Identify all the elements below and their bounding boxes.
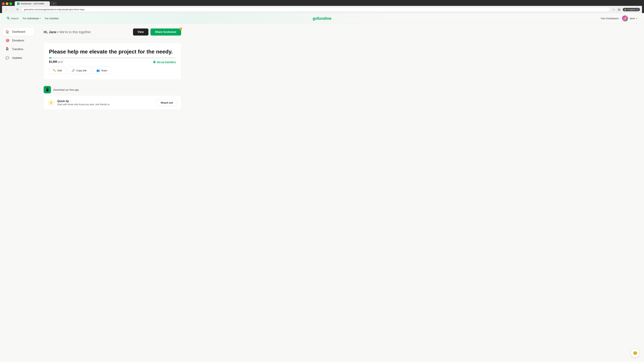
sidebar-item-donations[interactable]: 🎯 Donations bbox=[3, 36, 34, 44]
app-download-label: Download our free app bbox=[53, 88, 79, 91]
transfers-notification-badge bbox=[6, 47, 8, 48]
reach-out-button[interactable]: Reach out bbox=[156, 99, 177, 106]
sidebar-label-dashboard: Dashboard bbox=[12, 30, 25, 33]
greeting-separator: • bbox=[57, 30, 60, 34]
search-label: Search bbox=[11, 17, 19, 20]
browser-actions: ☆ ▤ 🕵️ Incognito (2) bbox=[612, 7, 640, 12]
app-icon-glyph: 📱 bbox=[45, 87, 50, 92]
new-tab-icon: + bbox=[53, 2, 54, 5]
sidebar-item-transfers[interactable]: 🏛 Transfers bbox=[3, 45, 34, 53]
for-charities-label: For charities bbox=[45, 17, 59, 20]
forward-btn[interactable]: → bbox=[10, 8, 14, 11]
back-btn[interactable]: ← bbox=[4, 8, 9, 11]
goal-amount: $1,500 bbox=[49, 60, 57, 63]
header-right: Your fundraisers J Jane ▾ bbox=[322, 15, 637, 21]
incognito-icon: 🕵️ bbox=[624, 8, 626, 11]
sidebar-label-updates: Updates bbox=[12, 56, 22, 59]
logo-text: gofundme bbox=[312, 16, 332, 21]
chat-icon: 😊 bbox=[633, 351, 638, 355]
new-tab-btn[interactable]: + bbox=[51, 1, 57, 6]
app-icon: 📱 bbox=[44, 86, 51, 93]
team-button[interactable]: 👥 Team bbox=[92, 67, 111, 74]
greeting-bar: Hi, Jane • We're in this together View S… bbox=[44, 28, 181, 39]
greeting-tagline: We're in this together bbox=[60, 30, 91, 34]
share-fundraiser-button[interactable]: Share fundraiser bbox=[150, 28, 181, 35]
for-charities-nav-item[interactable]: For charities bbox=[45, 17, 59, 20]
for-individuals-nav-item[interactable]: For individuals ▾ bbox=[23, 17, 41, 20]
tab-close-icon[interactable]: × bbox=[46, 3, 47, 5]
incognito-badge[interactable]: 🕵️ Incognito (2) bbox=[623, 8, 640, 11]
search-nav-item[interactable]: Search bbox=[7, 16, 19, 20]
for-individuals-chevron-icon: ▾ bbox=[40, 17, 41, 19]
team-icon: 👥 bbox=[96, 69, 100, 72]
donations-icon: 🎯 bbox=[5, 38, 10, 43]
greeting-actions: View Share fundraiser bbox=[133, 28, 181, 35]
bank-icon: 🏛 bbox=[153, 60, 156, 63]
browser-chrome: g Dashboard - GoFundMe × + ← → ↻ ☆ ▤ 🕵️ … bbox=[0, 0, 644, 13]
sidebar-item-dashboard[interactable]: 🏠 Dashboard bbox=[3, 28, 34, 36]
progress-bar-container bbox=[49, 57, 176, 58]
updates-icon: 💬 bbox=[5, 56, 10, 60]
incognito-label: Incognito (2) bbox=[628, 8, 639, 11]
setup-transfers-link[interactable]: 🏛 Set up transfers bbox=[153, 60, 176, 63]
team-label: Team bbox=[101, 69, 107, 72]
fundraiser-card: Please help me elevate the project for t… bbox=[44, 43, 181, 80]
quick-tip-card: ⚡ Quick tip Start with those who know yo… bbox=[44, 96, 181, 110]
tab-bar: g Dashboard - GoFundMe × + bbox=[2, 1, 642, 6]
svg-line-1 bbox=[9, 18, 10, 19]
avatar: J bbox=[622, 15, 628, 21]
copy-link-label: Copy link bbox=[76, 69, 87, 72]
reload-btn[interactable]: ↻ bbox=[16, 7, 20, 11]
goal-text: $1,500 goal bbox=[49, 60, 63, 63]
user-name: Jane bbox=[630, 17, 635, 20]
view-button[interactable]: View bbox=[133, 28, 148, 35]
sidebar-label-donations: Donations bbox=[12, 39, 24, 42]
site-logo[interactable]: gofundme bbox=[312, 16, 332, 21]
goal-label: goal bbox=[58, 60, 63, 63]
address-input[interactable] bbox=[21, 7, 610, 12]
for-individuals-label: For individuals bbox=[23, 17, 39, 20]
edit-label: Edit bbox=[58, 69, 62, 72]
header-nav: Search For individuals ▾ For charities bbox=[7, 16, 322, 20]
tab-title-text: Dashboard - GoFundMe bbox=[21, 2, 44, 5]
chat-fab[interactable]: 😊 bbox=[631, 349, 639, 357]
main-layout: 🏠 Dashboard 🎯 Donations 🏛 Transfers 💬 Up… bbox=[0, 24, 644, 362]
copy-link-icon: 🔗 bbox=[72, 69, 75, 72]
dashboard-icon: 🏠 bbox=[5, 29, 10, 34]
tab-favicon: g bbox=[17, 2, 20, 5]
greeting-hi: Hi, Jane bbox=[44, 30, 56, 34]
quick-tip-text: Start with those who know you best. Ask … bbox=[57, 103, 154, 106]
app-download-bar[interactable]: 📱 Download our free app bbox=[44, 84, 181, 96]
site-header: Search For individuals ▾ For charities g… bbox=[0, 13, 644, 24]
edit-icon: ✏️ bbox=[53, 69, 56, 72]
window-minimize-btn[interactable] bbox=[6, 2, 8, 5]
quick-tip-content: Quick tip Start with those who know you … bbox=[57, 100, 154, 106]
main-content: Hi, Jane • We're in this together View S… bbox=[37, 24, 188, 362]
nav-buttons: ← → ↻ bbox=[4, 7, 20, 11]
window-maximize-btn[interactable] bbox=[10, 2, 12, 5]
goal-row: $1,500 goal 🏛 Set up transfers bbox=[49, 60, 176, 63]
tab-group: g Dashboard - GoFundMe × + bbox=[15, 1, 57, 6]
user-menu[interactable]: J Jane ▾ bbox=[622, 15, 637, 21]
sidebar-label-transfers: Transfers bbox=[12, 48, 23, 51]
lightning-icon: ⚡ bbox=[49, 101, 53, 105]
your-fundraisers-link[interactable]: Your fundraisers bbox=[600, 17, 619, 20]
bookmark-btn[interactable]: ☆ bbox=[612, 7, 616, 12]
fundraiser-title: Please help me elevate the project for t… bbox=[49, 48, 176, 55]
window-close-btn[interactable] bbox=[2, 2, 5, 5]
edit-button[interactable]: ✏️ Edit bbox=[49, 67, 66, 74]
greeting-text: Hi, Jane • We're in this together bbox=[44, 30, 91, 34]
sidebar-item-updates[interactable]: 💬 Updates bbox=[3, 54, 34, 62]
share-notification-badge bbox=[180, 27, 182, 30]
quick-tip-icon: ⚡ bbox=[48, 99, 54, 106]
sidebar-btn[interactable]: ▤ bbox=[617, 7, 621, 12]
copy-link-button[interactable]: 🔗 Copy link bbox=[68, 67, 90, 74]
active-tab[interactable]: g Dashboard - GoFundMe × bbox=[15, 1, 50, 6]
search-icon bbox=[7, 16, 10, 20]
action-buttons: ✏️ Edit 🔗 Copy link 👥 Team bbox=[49, 67, 176, 74]
address-bar: ← → ↻ ☆ ▤ 🕵️ Incognito (2) bbox=[2, 6, 642, 13]
sidebar: 🏠 Dashboard 🎯 Donations 🏛 Transfers 💬 Up… bbox=[0, 24, 37, 362]
share-btn-label: Share fundraiser bbox=[155, 30, 176, 33]
setup-transfers-label: Set up transfers bbox=[157, 60, 176, 63]
user-chevron-icon: ▾ bbox=[636, 17, 637, 19]
